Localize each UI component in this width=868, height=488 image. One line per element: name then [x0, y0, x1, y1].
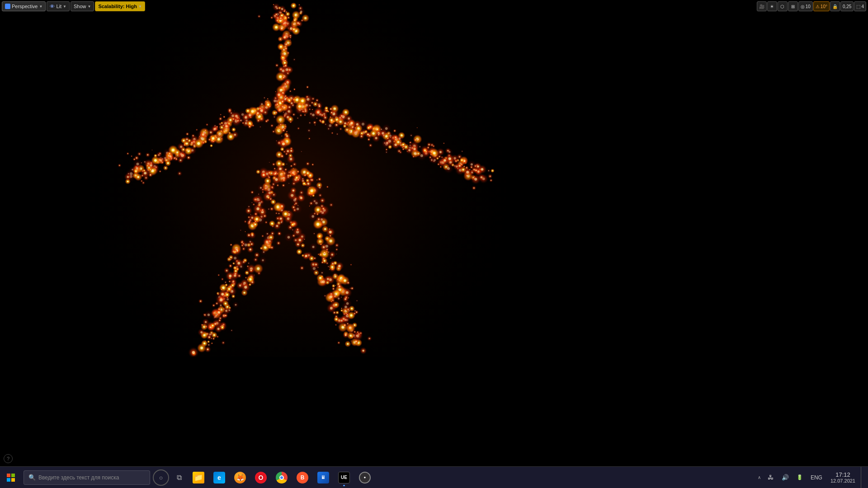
perspective-button[interactable]: Perspective ▼	[2, 1, 46, 11]
svg-rect-1	[11, 474, 15, 477]
lit-label: Lit	[56, 4, 61, 9]
chrome-icon	[276, 472, 288, 483]
clock[interactable]: 17:12 12.07.2021	[827, 471, 859, 483]
battery-tray-icon[interactable]: 🔋	[793, 471, 806, 484]
lock-btn[interactable]: 🔒	[830, 1, 840, 11]
particle-canvas	[0, 0, 868, 357]
taskbar-app-explorer[interactable]: 📁	[189, 468, 208, 488]
perspective-arrow: ▼	[39, 5, 42, 9]
warning-btn[interactable]: ⚠ 10°	[813, 1, 830, 11]
question-mark-icon: ?	[7, 456, 9, 461]
taskbar-app-edge[interactable]: e	[209, 468, 229, 488]
scalability-button[interactable]: Scalability: High ▼	[95, 1, 145, 11]
warning-triangle-icon: ⚠	[816, 4, 820, 9]
lit-button[interactable]: 👁 Lit ▼	[47, 1, 70, 11]
task-view-icon: ⧉	[177, 474, 182, 482]
active-indicator	[343, 485, 345, 486]
grid-settings-btn[interactable]: ⊞	[788, 1, 798, 11]
scalability-arrow: ▼	[138, 5, 142, 9]
cortana-icon: ○	[159, 474, 163, 481]
taskbar-app-obs[interactable]: ●	[355, 468, 375, 488]
lit-icon: 👁	[50, 4, 55, 9]
expand-tray-icon[interactable]: ∧	[756, 475, 763, 480]
edge-icon: e	[213, 472, 225, 483]
sun-icon: ☀	[770, 4, 774, 9]
camera-icon-btn[interactable]: 🎥	[757, 1, 767, 11]
start-button[interactable]	[0, 467, 22, 488]
show-label: Show	[74, 4, 86, 9]
brave-icon: B	[297, 472, 308, 483]
taskbar-app-calculator[interactable]: 🖩	[313, 468, 333, 488]
taskbar-app-chrome[interactable]	[272, 468, 292, 488]
fov-btn[interactable]: ◎ 10	[798, 1, 813, 11]
perspective-label: Perspective	[12, 4, 38, 9]
grid-count: 4	[861, 4, 864, 9]
svg-rect-0	[7, 474, 10, 477]
angle-value: 10°	[821, 4, 827, 9]
obs-icon: ●	[359, 472, 371, 483]
grid-settings-icon: ⊞	[791, 4, 795, 9]
taskbar-app-unreal[interactable]: UE	[334, 468, 354, 488]
right-toolbar: 🎥 ☀ ⬡ ⊞ ◎ 10 ⚠ 10° 🔒 0,25 ⬚ 4	[755, 0, 868, 13]
show-desktop-button[interactable]	[861, 467, 864, 488]
language-indicator[interactable]: ENG	[808, 474, 825, 481]
volume-tray-icon[interactable]: 🔊	[779, 471, 792, 484]
taskbar-app-brave[interactable]: B	[292, 468, 312, 488]
help-button[interactable]: ?	[4, 454, 13, 463]
opera-icon: O	[255, 472, 267, 483]
system-tray: ∧ 🖧 🔊 🔋 ENG 17:12 12.07.2021	[756, 467, 868, 488]
taskbar-app-firefox[interactable]: 🦊	[230, 468, 250, 488]
task-view-button[interactable]: ⧉	[171, 469, 187, 486]
show-button[interactable]: Show ▼	[71, 1, 94, 11]
svg-rect-2	[7, 478, 10, 482]
fov-value: 10	[806, 4, 811, 9]
camera-icon: 🎥	[759, 4, 764, 9]
landscape-icon: ⬡	[780, 4, 784, 9]
scalability-label: Scalability: High	[98, 4, 137, 9]
taskbar-app-opera[interactable]: O	[251, 468, 271, 488]
scale-value: 0,25	[843, 4, 851, 9]
network-tray-icon[interactable]: 🖧	[764, 471, 777, 484]
unreal-icon: UE	[338, 472, 350, 483]
viewport	[0, 0, 868, 357]
lit-arrow: ▼	[63, 5, 66, 9]
cortana-button[interactable]: ○	[153, 469, 169, 486]
sun-icon-btn[interactable]: ☀	[767, 1, 777, 11]
search-icon: 🔍	[28, 474, 36, 481]
windows-logo-icon	[7, 474, 15, 482]
explorer-icon: 📁	[193, 472, 204, 483]
svg-rect-3	[11, 478, 15, 482]
clock-time: 17:12	[835, 471, 850, 478]
scale-btn[interactable]: 0,25	[840, 1, 854, 11]
calculator-icon: 🖩	[317, 472, 329, 483]
firefox-icon: 🦊	[234, 472, 246, 483]
fov-icon: ◎	[801, 4, 805, 9]
grid-btn[interactable]: ⬚ 4	[854, 1, 866, 11]
search-bar[interactable]: 🔍	[24, 470, 150, 485]
landscape-icon-btn[interactable]: ⬡	[778, 1, 788, 11]
perspective-icon	[5, 4, 10, 9]
show-arrow: ▼	[87, 5, 91, 9]
lock-icon: 🔒	[832, 4, 838, 9]
clock-date: 12.07.2021	[830, 478, 855, 483]
search-input[interactable]	[38, 474, 145, 481]
grid-icon: ⬚	[856, 4, 860, 9]
taskbar: 🔍 ○ ⧉ 📁 e 🦊 O B 🖩 UE ● ∧	[0, 466, 868, 488]
